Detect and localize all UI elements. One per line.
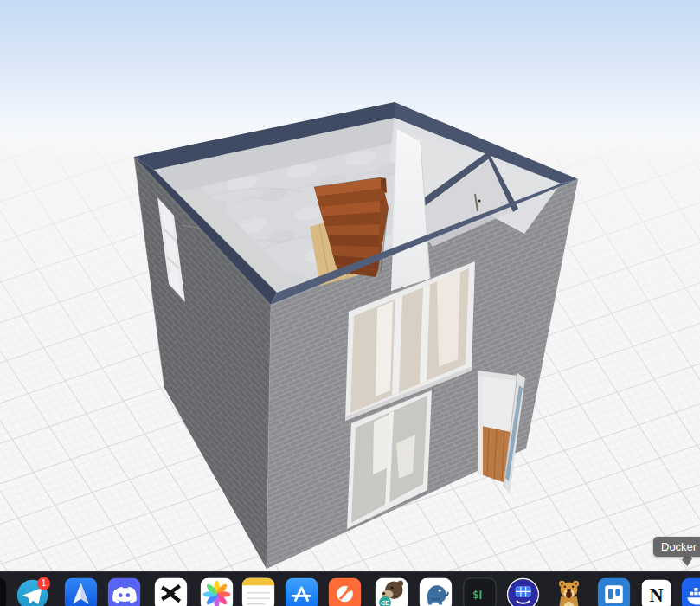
capcut-icon[interactable] bbox=[153, 577, 189, 606]
grid-dashboard-app-icon[interactable] bbox=[505, 577, 541, 606]
dbeaver-icon[interactable]: CE bbox=[374, 577, 409, 606]
postgres-pgadmin-icon[interactable] bbox=[418, 577, 453, 606]
desktop-screenshot: Docker 1 bbox=[0, 0, 700, 606]
interior-door-handle bbox=[478, 199, 480, 202]
notes-icon[interactable] bbox=[241, 577, 276, 606]
docker-icon[interactable] bbox=[680, 577, 700, 606]
svg-text:1: 1 bbox=[41, 578, 46, 588]
postman-icon[interactable] bbox=[327, 577, 363, 606]
discord-icon[interactable] bbox=[106, 577, 142, 606]
terminal-cursor bbox=[479, 590, 481, 599]
app-store-icon[interactable] bbox=[284, 577, 319, 606]
terminal-icon[interactable]: $ bbox=[462, 577, 498, 606]
photos-icon[interactable] bbox=[199, 577, 234, 606]
svg-text:N: N bbox=[649, 584, 663, 606]
dock: 1 bbox=[0, 571, 700, 606]
3d-viewport[interactable] bbox=[0, 0, 700, 606]
tunnelbear-icon[interactable] bbox=[551, 577, 587, 606]
docker-tooltip: Docker bbox=[653, 537, 700, 557]
svg-text:$: $ bbox=[472, 589, 478, 601]
svg-text:CE: CE bbox=[381, 600, 389, 606]
spark-mail-icon[interactable] bbox=[63, 577, 99, 606]
notion-icon[interactable]: N bbox=[639, 577, 674, 606]
telegram-badge: 1 bbox=[37, 577, 50, 590]
telegram-icon[interactable]: 1 bbox=[16, 577, 51, 606]
iphone-mirroring-icon[interactable] bbox=[0, 577, 8, 606]
trello-icon[interactable] bbox=[596, 577, 632, 606]
